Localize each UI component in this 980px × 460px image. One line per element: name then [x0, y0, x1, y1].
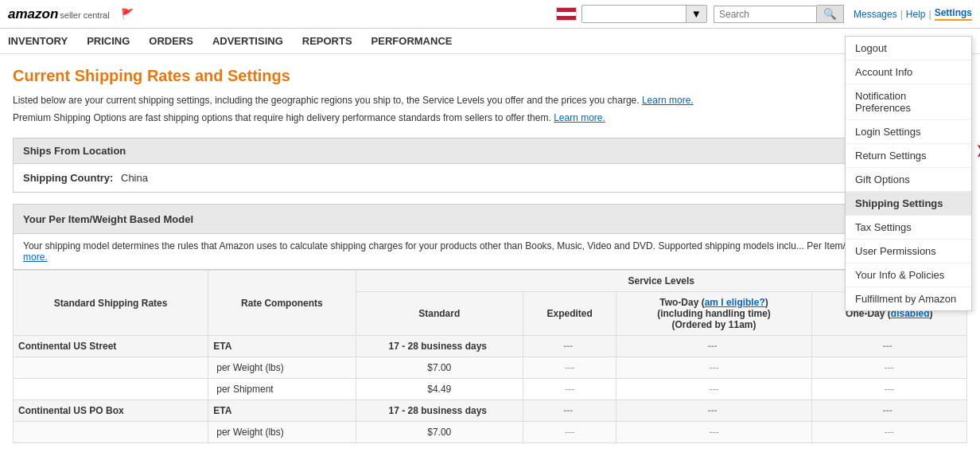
nav-advertising[interactable]: ADVERTISING — [212, 35, 283, 47]
cell-po-weight-standard: $7.00 — [356, 422, 523, 443]
menu-item-your-info[interactable]: Your Info & Policies — [846, 263, 971, 287]
learn-more-link-2[interactable]: Learn more. — [554, 112, 605, 123]
shipping-country-row: Shipping Country: China — [13, 164, 967, 193]
group-label-continental-us-po: Continental US PO Box — [14, 400, 208, 422]
col-standard-shipping-rates: Standard Shipping Rates — [14, 271, 208, 336]
main-nav: INVENTORY PRICING ORDERS ADVERTISING REP… — [0, 29, 980, 54]
per-item-desc: Your shipping model determines the rules… — [13, 234, 967, 270]
col-standard: Standard — [356, 292, 523, 336]
cell-shipment-two-day: --- — [616, 379, 811, 400]
col-two-day: Two-Day (am I eligible?)(including handl… — [616, 292, 811, 336]
cell-shipment-one-day: --- — [811, 379, 966, 400]
cell-eta-expedited: --- — [523, 336, 616, 357]
cell-po-eta-expedited: --- — [523, 400, 616, 422]
nav-orders[interactable]: ORDERS — [149, 35, 193, 47]
menu-item-logout[interactable]: Logout — [846, 37, 971, 60]
settings-dropdown: Logout Account Info Notification Prefere… — [845, 36, 972, 311]
nav-reports[interactable]: REPORTS — [302, 35, 352, 47]
search-area: 🔍 — [714, 5, 844, 23]
cell-po-eta-one-day: --- — [811, 400, 966, 422]
header-links: Messages | Help | Settings — [854, 7, 972, 21]
cell-po-eta-component: ETA — [208, 400, 356, 422]
menu-item-shipping-settings[interactable]: Shipping Settings — [846, 192, 971, 216]
settings-link[interactable]: Settings — [935, 7, 972, 21]
table-row-continental-us-street-shipment: per Shipment $4.49 --- --- --- — [14, 379, 967, 400]
search-button[interactable]: 🔍 — [817, 5, 844, 23]
flag-img — [556, 7, 577, 21]
menu-item-gift-options[interactable]: Gift Options — [846, 168, 971, 192]
per-item-header: Your Per Item/Weight Based Model Change — [13, 204, 967, 234]
per-item-section: Your Per Item/Weight Based Model Change … — [13, 204, 967, 443]
cell-eta-two-day: --- — [616, 336, 811, 357]
table-row-continental-us-street-header: Continental US Street ETA 17 - 28 busine… — [14, 336, 967, 357]
nav-inventory[interactable]: INVENTORY — [8, 35, 68, 47]
two-day-eligible-link[interactable]: am I eligible? — [705, 297, 765, 308]
page-desc-2: Premium Shipping Options are fast shippi… — [13, 111, 967, 125]
per-item-title: Your Per Item/Weight Based Model — [23, 213, 193, 225]
col-expedited: Expedited — [523, 292, 616, 336]
menu-item-login-settings[interactable]: Login Settings — [846, 120, 971, 144]
menu-item-fba[interactable]: Fulfillment by Amazon — [846, 287, 971, 310]
cell-po-weight-one-day: --- — [811, 422, 966, 443]
cell-eta-component: ETA — [208, 336, 356, 357]
cell-po-empty-1 — [14, 422, 208, 443]
learn-more-link-1[interactable]: Learn more. — [642, 95, 694, 106]
domain-dropdown-btn[interactable]: ▼ — [686, 6, 706, 22]
cell-weight-expedited: --- — [523, 357, 616, 379]
cell-weight-standard: $7.00 — [356, 357, 523, 379]
logo: amazon seller central — [8, 6, 110, 22]
cell-shipment-expedited: --- — [523, 379, 616, 400]
cell-po-weight-component: per Weight (lbs) — [208, 422, 356, 443]
domain-input[interactable]: www.amazon.com — [582, 6, 686, 22]
search-input[interactable] — [714, 6, 817, 23]
ships-from-label: Ships From Location — [23, 145, 126, 157]
col-rate-components: Rate Components — [208, 271, 356, 336]
nav-performance[interactable]: PERFORMANCE — [371, 35, 453, 47]
cell-weight-one-day: --- — [811, 357, 966, 379]
cell-weight-two-day: --- — [616, 357, 811, 379]
cell-po-eta-standard: 17 - 28 business days — [356, 400, 523, 422]
shipping-rates-table: Standard Shipping Rates Rate Components … — [13, 270, 967, 443]
menu-item-return-settings[interactable]: Return Settings — [846, 144, 971, 168]
table-row-continental-us-po-weight: per Weight (lbs) $7.00 --- --- --- — [14, 422, 967, 443]
menu-item-notification-prefs[interactable]: Notification Preferences — [846, 84, 971, 120]
logo-amazon: amazon — [8, 6, 58, 22]
cell-shipment-standard: $4.49 — [356, 379, 523, 400]
table-row-continental-us-po-header: Continental US PO Box ETA 17 - 28 busine… — [14, 400, 967, 422]
ships-from-header: Ships From Location ➤ — [13, 138, 967, 164]
cell-eta-standard: 17 - 28 business days — [356, 336, 523, 357]
logo-area: amazon seller central 🚩 — [8, 6, 134, 22]
table-row-continental-us-street-weight: per Weight (lbs) $7.00 --- --- --- — [14, 357, 967, 379]
main-content: Current Shipping Rates and Settings List… — [0, 54, 980, 456]
shipping-country-label: Shipping Country: — [23, 172, 113, 184]
page-title: Current Shipping Rates and Settings — [13, 67, 967, 85]
cell-eta-one-day: --- — [811, 336, 966, 357]
messages-link[interactable]: Messages — [854, 9, 897, 20]
menu-item-user-permissions[interactable]: User Permissions — [846, 240, 971, 263]
help-link[interactable]: Help — [906, 9, 926, 20]
flag-icon: 🚩 — [121, 8, 134, 20]
red-arrow-icon: ➤ — [976, 141, 980, 162]
cell-shipment-component: per Shipment — [208, 379, 356, 400]
page-desc-1: Listed below are your current shipping s… — [13, 93, 967, 107]
cell-po-weight-expedited: --- — [523, 422, 616, 443]
cell-weight-component: per Weight (lbs) — [208, 357, 356, 379]
cell-empty-2 — [14, 379, 208, 400]
shipping-country-value: China — [121, 172, 148, 184]
cell-empty-1 — [14, 357, 208, 379]
logo-seller-central: seller central — [60, 10, 109, 20]
group-label-continental-us-street: Continental US Street — [14, 336, 208, 357]
cell-po-eta-two-day: --- — [616, 400, 811, 422]
cell-po-weight-two-day: --- — [616, 422, 811, 443]
menu-item-account-info[interactable]: Account Info — [846, 60, 971, 84]
separator-2: | — [929, 9, 931, 20]
domain-selector[interactable]: www.amazon.com ▼ — [581, 5, 707, 23]
nav-pricing[interactable]: PRICING — [87, 35, 130, 47]
menu-item-tax-settings[interactable]: Tax Settings — [846, 216, 971, 240]
separator-1: | — [900, 9, 903, 20]
